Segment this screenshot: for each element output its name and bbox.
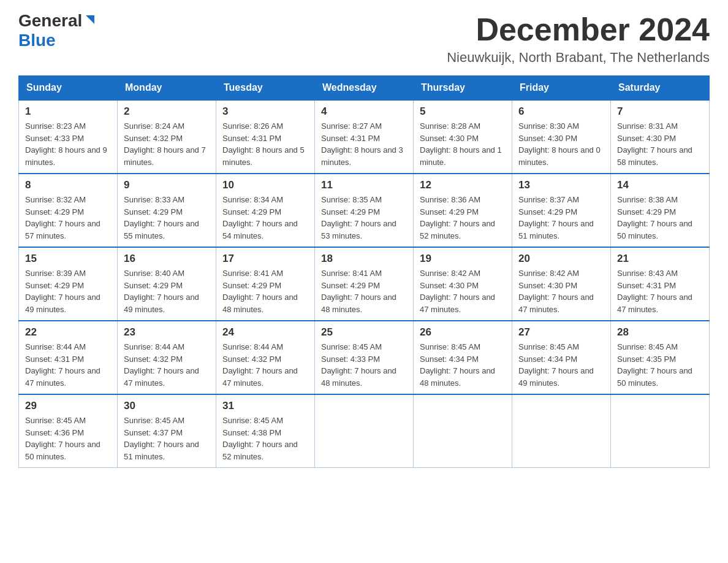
day-info: Sunrise: 8:42 AM Sunset: 4:30 PM Dayligh… — [518, 267, 604, 315]
table-row: 29 Sunrise: 8:45 AM Sunset: 4:36 PM Dayl… — [19, 394, 118, 468]
day-number: 17 — [222, 253, 308, 265]
day-info: Sunrise: 8:45 AM Sunset: 4:36 PM Dayligh… — [25, 415, 111, 462]
day-number: 24 — [222, 326, 308, 339]
day-number: 2 — [124, 105, 210, 118]
day-number: 23 — [124, 326, 210, 339]
day-info: Sunrise: 8:44 AM Sunset: 4:31 PM Dayligh… — [25, 341, 111, 389]
table-row: 15 Sunrise: 8:39 AM Sunset: 4:29 PM Dayl… — [19, 247, 118, 321]
day-info: Sunrise: 8:45 AM Sunset: 4:33 PM Dayligh… — [321, 341, 407, 389]
day-info: Sunrise: 8:42 AM Sunset: 4:30 PM Dayligh… — [420, 267, 506, 315]
day-number: 30 — [124, 400, 210, 412]
table-row: 8 Sunrise: 8:32 AM Sunset: 4:29 PM Dayli… — [19, 174, 118, 247]
day-number: 13 — [518, 179, 604, 191]
day-number: 14 — [617, 179, 703, 191]
table-row — [414, 394, 512, 468]
day-info: Sunrise: 8:44 AM Sunset: 4:32 PM Dayligh… — [222, 341, 308, 389]
table-row — [315, 394, 414, 468]
table-row: 5 Sunrise: 8:28 AM Sunset: 4:30 PM Dayli… — [414, 100, 512, 174]
header-thursday: Thursday — [414, 76, 512, 101]
day-number: 22 — [25, 326, 111, 339]
day-number: 15 — [25, 253, 111, 265]
day-number: 18 — [321, 253, 407, 265]
day-info: Sunrise: 8:43 AM Sunset: 4:31 PM Dayligh… — [617, 267, 703, 315]
day-number: 11 — [321, 179, 407, 191]
table-row: 25 Sunrise: 8:45 AM Sunset: 4:33 PM Dayl… — [315, 321, 414, 394]
table-row: 17 Sunrise: 8:41 AM Sunset: 4:29 PM Dayl… — [216, 247, 315, 321]
header-sunday: Sunday — [19, 76, 118, 101]
day-number: 21 — [617, 253, 703, 265]
table-row: 11 Sunrise: 8:35 AM Sunset: 4:29 PM Dayl… — [315, 174, 414, 247]
day-number: 28 — [617, 326, 703, 339]
day-info: Sunrise: 8:24 AM Sunset: 4:32 PM Dayligh… — [124, 120, 210, 168]
table-row: 24 Sunrise: 8:44 AM Sunset: 4:32 PM Dayl… — [216, 321, 315, 394]
day-number: 5 — [420, 105, 506, 118]
day-info: Sunrise: 8:33 AM Sunset: 4:29 PM Dayligh… — [124, 194, 210, 242]
calendar-header-row: Sunday Monday Tuesday Wednesday Thursday… — [19, 76, 710, 101]
calendar-week-row: 29 Sunrise: 8:45 AM Sunset: 4:36 PM Dayl… — [19, 394, 710, 468]
day-info: Sunrise: 8:34 AM Sunset: 4:29 PM Dayligh… — [222, 194, 308, 242]
title-section: December 2024 Nieuwkuijk, North Brabant,… — [447, 12, 710, 66]
logo-arrow-icon — [83, 13, 97, 26]
day-info: Sunrise: 8:41 AM Sunset: 4:29 PM Dayligh… — [321, 267, 407, 315]
header-saturday: Saturday — [611, 76, 710, 101]
day-info: Sunrise: 8:41 AM Sunset: 4:29 PM Dayligh… — [222, 267, 308, 315]
table-row: 19 Sunrise: 8:42 AM Sunset: 4:30 PM Dayl… — [414, 247, 512, 321]
page-header: General Blue December 2024 Nieuwkuijk, N… — [18, 12, 710, 66]
day-info: Sunrise: 8:40 AM Sunset: 4:29 PM Dayligh… — [124, 267, 210, 315]
day-info: Sunrise: 8:45 AM Sunset: 4:38 PM Dayligh… — [222, 415, 308, 462]
day-info: Sunrise: 8:27 AM Sunset: 4:31 PM Dayligh… — [321, 120, 407, 168]
day-info: Sunrise: 8:36 AM Sunset: 4:29 PM Dayligh… — [420, 194, 506, 242]
table-row: 14 Sunrise: 8:38 AM Sunset: 4:29 PM Dayl… — [611, 174, 710, 247]
day-info: Sunrise: 8:45 AM Sunset: 4:35 PM Dayligh… — [617, 341, 703, 389]
logo-blue: Blue — [18, 31, 56, 50]
day-info: Sunrise: 8:31 AM Sunset: 4:30 PM Dayligh… — [617, 120, 703, 168]
day-info: Sunrise: 8:45 AM Sunset: 4:34 PM Dayligh… — [518, 341, 604, 389]
logo: General Blue — [18, 12, 97, 50]
subtitle: Nieuwkuijk, North Brabant, The Netherlan… — [447, 50, 710, 66]
day-info: Sunrise: 8:37 AM Sunset: 4:29 PM Dayligh… — [518, 194, 604, 242]
main-title: December 2024 — [447, 12, 710, 47]
day-info: Sunrise: 8:28 AM Sunset: 4:30 PM Dayligh… — [420, 120, 506, 168]
day-info: Sunrise: 8:44 AM Sunset: 4:32 PM Dayligh… — [124, 341, 210, 389]
table-row — [611, 394, 710, 468]
table-row: 18 Sunrise: 8:41 AM Sunset: 4:29 PM Dayl… — [315, 247, 414, 321]
day-number: 10 — [222, 179, 308, 191]
day-info: Sunrise: 8:32 AM Sunset: 4:29 PM Dayligh… — [25, 194, 111, 242]
day-number: 8 — [25, 179, 111, 191]
day-info: Sunrise: 8:26 AM Sunset: 4:31 PM Dayligh… — [222, 120, 308, 168]
table-row: 30 Sunrise: 8:45 AM Sunset: 4:37 PM Dayl… — [118, 394, 216, 468]
table-row: 27 Sunrise: 8:45 AM Sunset: 4:34 PM Dayl… — [512, 321, 611, 394]
table-row: 6 Sunrise: 8:30 AM Sunset: 4:30 PM Dayli… — [512, 100, 611, 174]
day-number: 7 — [617, 105, 703, 118]
day-info: Sunrise: 8:23 AM Sunset: 4:33 PM Dayligh… — [25, 120, 111, 168]
header-wednesday: Wednesday — [315, 76, 414, 101]
calendar-week-row: 22 Sunrise: 8:44 AM Sunset: 4:31 PM Dayl… — [19, 321, 710, 394]
day-number: 31 — [222, 400, 308, 412]
day-number: 4 — [321, 105, 407, 118]
day-number: 1 — [25, 105, 111, 118]
day-info: Sunrise: 8:45 AM Sunset: 4:37 PM Dayligh… — [124, 415, 210, 462]
table-row — [512, 394, 611, 468]
day-number: 27 — [518, 326, 604, 339]
day-number: 16 — [124, 253, 210, 265]
calendar-table: Sunday Monday Tuesday Wednesday Thursday… — [18, 75, 710, 468]
header-tuesday: Tuesday — [216, 76, 315, 101]
table-row: 16 Sunrise: 8:40 AM Sunset: 4:29 PM Dayl… — [118, 247, 216, 321]
table-row: 13 Sunrise: 8:37 AM Sunset: 4:29 PM Dayl… — [512, 174, 611, 247]
table-row: 3 Sunrise: 8:26 AM Sunset: 4:31 PM Dayli… — [216, 100, 315, 174]
svg-marker-0 — [86, 15, 94, 24]
table-row: 28 Sunrise: 8:45 AM Sunset: 4:35 PM Dayl… — [611, 321, 710, 394]
logo-general: General — [18, 12, 82, 29]
day-info: Sunrise: 8:39 AM Sunset: 4:29 PM Dayligh… — [25, 267, 111, 315]
day-number: 3 — [222, 105, 308, 118]
day-number: 25 — [321, 326, 407, 339]
table-row: 12 Sunrise: 8:36 AM Sunset: 4:29 PM Dayl… — [414, 174, 512, 247]
header-monday: Monday — [118, 76, 216, 101]
day-info: Sunrise: 8:30 AM Sunset: 4:30 PM Dayligh… — [518, 120, 604, 168]
table-row: 9 Sunrise: 8:33 AM Sunset: 4:29 PM Dayli… — [118, 174, 216, 247]
table-row: 7 Sunrise: 8:31 AM Sunset: 4:30 PM Dayli… — [611, 100, 710, 174]
calendar-week-row: 15 Sunrise: 8:39 AM Sunset: 4:29 PM Dayl… — [19, 247, 710, 321]
day-number: 20 — [518, 253, 604, 265]
day-info: Sunrise: 8:35 AM Sunset: 4:29 PM Dayligh… — [321, 194, 407, 242]
day-number: 26 — [420, 326, 506, 339]
